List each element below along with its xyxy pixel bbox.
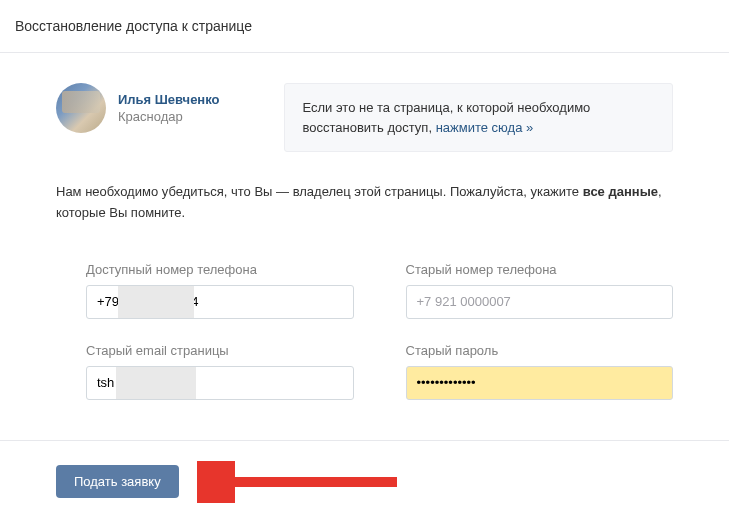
old-password-input[interactable] bbox=[406, 366, 674, 400]
page-title: Восстановление доступа к странице bbox=[15, 18, 714, 34]
old-email-group: Старый email страницы bbox=[86, 343, 354, 400]
old-email-wrap bbox=[86, 366, 354, 400]
available-phone-group: Доступный номер телефона bbox=[86, 262, 354, 319]
old-password-group: Старый пароль bbox=[406, 343, 674, 400]
notice-link[interactable]: нажмите сюда » bbox=[436, 120, 534, 135]
page-header: Восстановление доступа к странице bbox=[0, 0, 729, 53]
form-col-left: Доступный номер телефона Старый email ст… bbox=[86, 262, 354, 424]
user-name-link[interactable]: Илья Шевченко bbox=[118, 92, 220, 107]
old-phone-group: Старый номер телефона bbox=[406, 262, 674, 319]
old-phone-label: Старый номер телефона bbox=[406, 262, 674, 277]
user-info: Илья Шевченко Краснодар bbox=[56, 83, 220, 133]
available-phone-wrap bbox=[86, 285, 354, 319]
user-text: Илья Шевченко Краснодар bbox=[118, 92, 220, 124]
notice-box: Если это не та страница, к которой необх… bbox=[284, 83, 674, 152]
email-mask bbox=[116, 367, 196, 399]
user-section: Илья Шевченко Краснодар Если это не та с… bbox=[56, 83, 673, 152]
user-city: Краснодар bbox=[118, 109, 220, 124]
form-col-right: Старый номер телефона Старый пароль bbox=[406, 262, 674, 424]
submit-section: Подать заявку bbox=[0, 441, 729, 508]
old-password-label: Старый пароль bbox=[406, 343, 674, 358]
instruction-text: Нам необходимо убедиться, что Вы — владе… bbox=[56, 182, 673, 224]
form-grid: Доступный номер телефона Старый email ст… bbox=[86, 262, 673, 424]
available-phone-label: Доступный номер телефона bbox=[86, 262, 354, 277]
arrow-icon bbox=[197, 461, 407, 503]
submit-button[interactable]: Подать заявку bbox=[56, 465, 179, 498]
old-phone-input[interactable] bbox=[406, 285, 674, 319]
phone-mask bbox=[118, 286, 194, 318]
avatar bbox=[56, 83, 106, 133]
old-email-label: Старый email страницы bbox=[86, 343, 354, 358]
content-container: Илья Шевченко Краснодар Если это не та с… bbox=[0, 53, 729, 424]
